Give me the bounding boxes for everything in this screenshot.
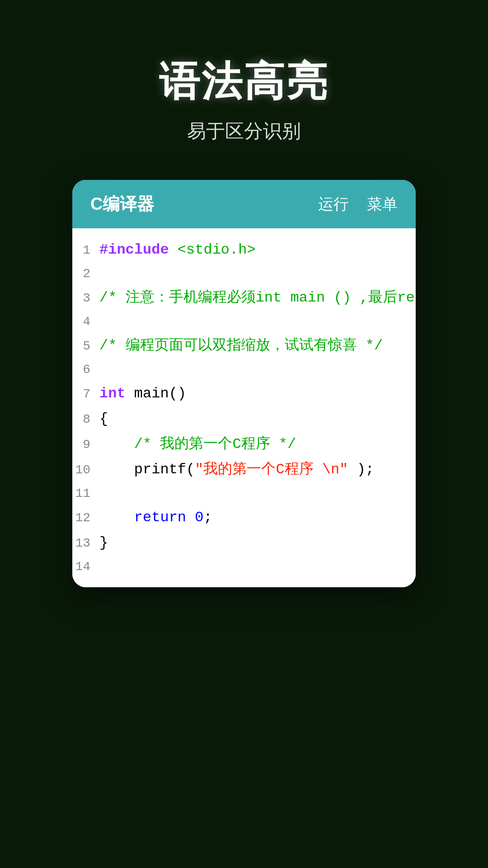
code-line-11: 11 — [72, 482, 416, 505]
code-area: 1 #include <stdio.h> 2 3 /* 注意：手机编程必须int… — [72, 228, 416, 587]
code-line-13: 13 } — [72, 530, 416, 556]
run-button[interactable]: 运行 — [318, 194, 349, 215]
line-num-7: 7 — [72, 385, 99, 404]
code-line-6: 6 — [72, 359, 416, 381]
line-num-11: 11 — [72, 484, 99, 503]
line-num-1: 1 — [72, 241, 99, 260]
content-overlay: 语法高亮 易于区分识别 C编译器 运行 菜单 1 #include <stdio… — [0, 0, 488, 868]
window-header: C编译器 运行 菜单 — [72, 180, 416, 228]
code-line-8: 8 { — [72, 406, 416, 432]
line-num-5: 5 — [72, 337, 99, 356]
line-num-3: 3 — [72, 289, 99, 308]
code-content-10: printf("我的第一个C程序 \n" ); — [99, 459, 416, 481]
code-line-5: 5 /* 编程页面可以双指缩放，试试有惊喜 */ — [72, 333, 416, 359]
line-num-4: 4 — [72, 312, 99, 331]
line-num-6: 6 — [72, 360, 99, 379]
code-content-9: /* 我的第一个C程序 */ — [99, 434, 416, 455]
code-window: C编译器 运行 菜单 1 #include <stdio.h> 2 3 /* 注… — [72, 180, 416, 587]
code-content-3: /* 注意：手机编程必须int main () ,最后re — [99, 287, 416, 309]
code-content-5: /* 编程页面可以双指缩放，试试有惊喜 */ — [99, 335, 416, 357]
line-num-10: 10 — [72, 461, 99, 480]
title-section: 语法高亮 易于区分识别 — [159, 54, 329, 144]
code-line-12: 12 return 0; — [72, 505, 416, 530]
code-line-14: 14 — [72, 556, 416, 578]
code-content-1: #include <stdio.h> — [99, 239, 416, 261]
main-title: 语法高亮 — [159, 54, 329, 109]
code-content-8: { — [99, 408, 416, 430]
line-num-8: 8 — [72, 410, 99, 429]
code-line-2: 2 — [72, 263, 416, 285]
code-content-13: } — [99, 532, 416, 554]
line-num-13: 13 — [72, 534, 99, 553]
code-line-7: 7 int main() — [72, 381, 416, 406]
subtitle: 易于区分识别 — [159, 118, 329, 144]
code-line-3: 3 /* 注意：手机编程必须int main () ,最后re — [72, 285, 416, 311]
window-actions: 运行 菜单 — [318, 194, 398, 215]
code-content-7: int main() — [99, 383, 416, 405]
window-title: C编译器 — [90, 193, 154, 216]
menu-button[interactable]: 菜单 — [367, 194, 398, 215]
code-line-1: 1 #include <stdio.h> — [72, 237, 416, 263]
line-num-9: 9 — [72, 435, 99, 454]
code-line-10: 10 printf("我的第一个C程序 \n" ); — [72, 457, 416, 482]
code-line-4: 4 — [72, 311, 416, 333]
code-content-12: return 0; — [99, 507, 416, 528]
line-num-12: 12 — [72, 509, 99, 528]
line-num-2: 2 — [72, 264, 99, 283]
code-line-9: 9 /* 我的第一个C程序 */ — [72, 432, 416, 457]
line-num-14: 14 — [72, 557, 99, 576]
